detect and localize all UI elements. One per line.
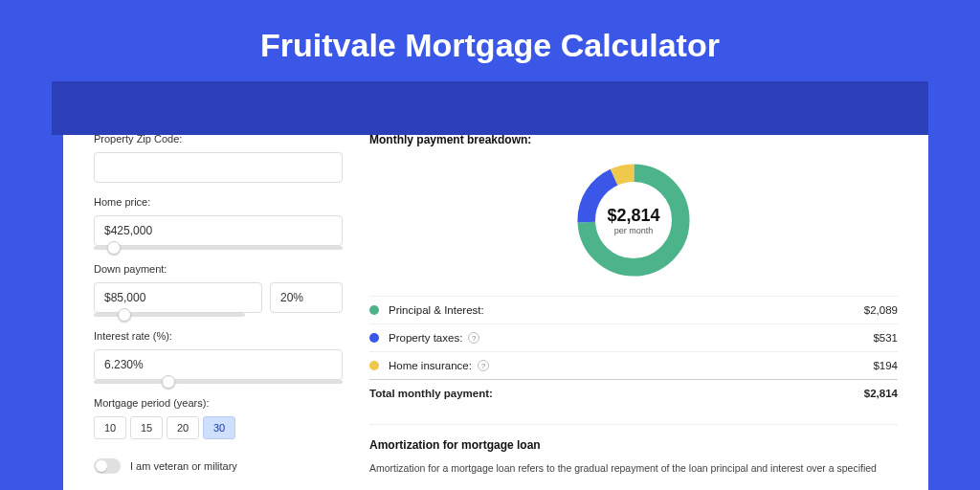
period-buttons: 10 15 20 30 bbox=[94, 416, 343, 439]
line-insurance-label: Home insurance: bbox=[389, 360, 472, 371]
amortization-title: Amortization for mortgage loan bbox=[369, 438, 898, 452]
line-taxes: Property taxes: ? $531 bbox=[369, 323, 898, 351]
line-total-value: $2,814 bbox=[864, 388, 898, 399]
period-15-button[interactable]: 15 bbox=[130, 416, 163, 439]
zip-field-group: Property Zip Code: bbox=[94, 133, 343, 183]
interest-group: Interest rate (%): bbox=[94, 330, 343, 384]
period-group: Mortgage period (years): 10 15 20 30 bbox=[94, 397, 343, 439]
form-column: Property Zip Code: Home price: Down paym… bbox=[94, 133, 343, 477]
period-label: Mortgage period (years): bbox=[94, 397, 343, 409]
down-payment-pct-input[interactable] bbox=[270, 282, 343, 313]
line-taxes-label: Property taxes: bbox=[389, 332, 462, 344]
dot-taxes-icon bbox=[369, 333, 379, 343]
period-30-button[interactable]: 30 bbox=[203, 416, 235, 439]
amortization-section: Amortization for mortgage loan Amortizat… bbox=[369, 424, 898, 477]
donut-wrap: $2,814 per month bbox=[369, 150, 898, 296]
calculator-card: Property Zip Code: Home price: Down paym… bbox=[63, 108, 928, 490]
home-price-label: Home price: bbox=[94, 196, 343, 208]
info-icon[interactable]: ? bbox=[478, 360, 489, 371]
interest-input[interactable] bbox=[94, 349, 343, 380]
payment-donut-chart: $2,814 per month bbox=[571, 158, 696, 282]
interest-label: Interest rate (%): bbox=[94, 330, 343, 342]
period-20-button[interactable]: 20 bbox=[167, 416, 199, 439]
breakdown-title: Monthly payment breakdown: bbox=[369, 133, 898, 146]
info-icon[interactable]: ? bbox=[468, 332, 479, 344]
header-band bbox=[52, 81, 928, 135]
home-price-group: Home price: bbox=[94, 196, 343, 250]
line-total: Total monthly payment: $2,814 bbox=[369, 379, 898, 407]
line-insurance-value: $194 bbox=[873, 360, 898, 371]
line-principal: Principal & Interest: $2,089 bbox=[369, 296, 898, 323]
line-insurance: Home insurance: ? $194 bbox=[369, 351, 898, 379]
dot-insurance-icon bbox=[369, 361, 379, 370]
line-principal-value: $2,089 bbox=[864, 304, 898, 316]
down-payment-slider[interactable] bbox=[94, 313, 245, 317]
veteran-toggle-row: I am veteran or military bbox=[94, 458, 343, 474]
line-taxes-value: $531 bbox=[873, 332, 898, 344]
down-payment-label: Down payment: bbox=[94, 263, 343, 275]
dot-principal-icon bbox=[369, 305, 379, 315]
line-total-label: Total monthly payment: bbox=[369, 388, 493, 399]
home-price-input[interactable] bbox=[94, 215, 343, 246]
interest-slider-thumb[interactable] bbox=[162, 375, 175, 389]
down-payment-group: Down payment: bbox=[94, 263, 343, 317]
home-price-slider-thumb[interactable] bbox=[107, 241, 121, 255]
page-title: Fruitvale Mortgage Calculator bbox=[0, 0, 980, 81]
zip-input[interactable] bbox=[94, 152, 343, 183]
donut-amount: $2,814 bbox=[607, 206, 659, 226]
veteran-label: I am veteran or military bbox=[130, 460, 237, 472]
veteran-toggle[interactable] bbox=[94, 458, 121, 474]
down-payment-input[interactable] bbox=[94, 282, 262, 313]
line-principal-label: Principal & Interest: bbox=[389, 304, 484, 316]
down-payment-slider-thumb[interactable] bbox=[118, 308, 131, 322]
period-10-button[interactable]: 10 bbox=[94, 416, 126, 439]
donut-center: $2,814 per month bbox=[571, 158, 696, 282]
interest-slider[interactable] bbox=[94, 380, 343, 384]
amortization-text: Amortization for a mortgage loan refers … bbox=[369, 461, 898, 477]
donut-sub: per month bbox=[614, 226, 654, 235]
home-price-slider[interactable] bbox=[94, 246, 343, 250]
breakdown-column: Monthly payment breakdown: $2,814 per mo… bbox=[369, 133, 898, 477]
